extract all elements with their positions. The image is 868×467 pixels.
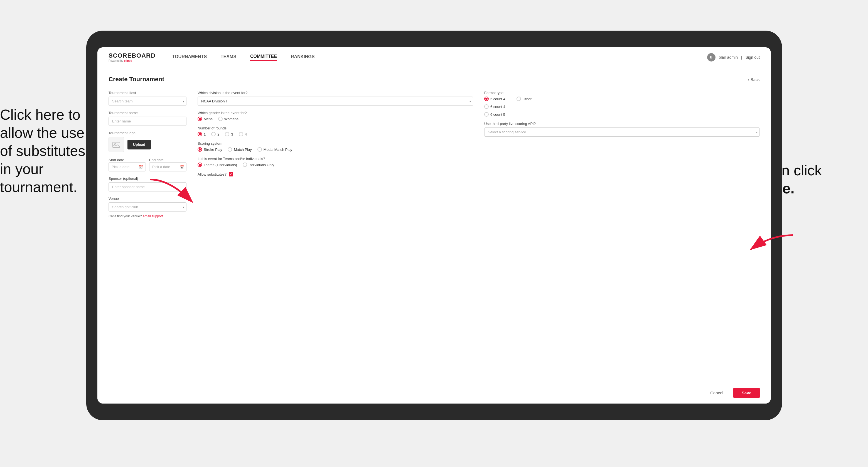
sign-out-link[interactable]: Sign out xyxy=(746,55,760,60)
scoring-stroke-radio[interactable] xyxy=(197,147,202,152)
venue-email-link[interactable]: email support xyxy=(143,214,163,218)
date-row: Start date 📅 End date 📅 xyxy=(108,157,186,172)
rounds-2-radio[interactable] xyxy=(211,132,216,136)
rounds-4-option[interactable]: 4 xyxy=(239,132,247,136)
scoring-service-input[interactable] xyxy=(484,127,760,137)
upload-button[interactable]: Upload xyxy=(127,140,151,150)
nav-item-committee[interactable]: COMMITTEE xyxy=(250,54,277,61)
scoring-stroke-label: Stroke Play xyxy=(204,148,222,152)
event-individuals-radio[interactable] xyxy=(243,162,247,167)
scoring-match-radio[interactable] xyxy=(228,147,232,152)
user-label: blair admin xyxy=(719,55,738,60)
form-col-middle: Which division is the event for? ▾ Which… xyxy=(197,91,473,218)
arrow-right-indicator xyxy=(746,232,796,256)
start-date-wrapper: 📅 xyxy=(108,162,146,172)
back-link[interactable]: ‹ Back xyxy=(748,77,760,82)
content-area: Create Tournament ‹ Back Tournament Host… xyxy=(97,67,771,382)
rounds-3-option[interactable]: 3 xyxy=(225,132,233,136)
cancel-button[interactable]: Cancel xyxy=(705,388,729,398)
scoring-match-label: Match Play xyxy=(234,148,252,152)
rounds-4-label: 4 xyxy=(245,132,247,136)
division-group: Which division is the event for? ▾ xyxy=(197,91,473,106)
gender-mens-label: Mens xyxy=(204,117,213,121)
calendar-icon-start: 📅 xyxy=(139,165,144,169)
format-radio-group: 5 count 4 Other 6 count 4 xyxy=(484,97,760,117)
end-date-label: End date xyxy=(149,158,164,162)
format-other-radio[interactable] xyxy=(517,97,521,101)
format-6count5-option[interactable]: 6 count 5 xyxy=(484,112,760,117)
gender-womens-radio[interactable] xyxy=(218,117,223,121)
end-date-wrapper: 📅 xyxy=(149,162,186,172)
substitutes-checkbox[interactable] xyxy=(229,172,233,177)
annotation-left: Click here to allow the use of substitut… xyxy=(0,106,100,196)
substitutes-checkbox-item: Allow substitutes? xyxy=(197,172,473,177)
start-date-group: Start date 📅 xyxy=(108,157,146,172)
scoring-medal-option[interactable]: Medal Match Play xyxy=(257,147,292,152)
gender-mens-option[interactable]: Mens xyxy=(197,117,213,121)
gender-womens-label: Womens xyxy=(224,117,239,121)
event-individuals-option[interactable]: Individuals Only xyxy=(243,162,274,167)
tournament-name-input[interactable] xyxy=(108,117,186,126)
tournament-host-label: Tournament Host xyxy=(108,91,186,95)
date-group: Start date 📅 End date 📅 xyxy=(108,157,186,172)
event-teams-label: Teams (+Individuals) xyxy=(204,163,237,167)
nav-separator: | xyxy=(741,55,742,60)
format-5count4-radio[interactable] xyxy=(484,97,489,101)
format-6count4-radio[interactable] xyxy=(484,104,489,109)
gender-radio-group: Mens Womens xyxy=(197,117,473,121)
gender-label: Which gender is the event for? xyxy=(197,111,473,115)
page-header: Create Tournament ‹ Back xyxy=(108,76,760,83)
tournament-name-group: Tournament name xyxy=(108,111,186,126)
nav-item-rankings[interactable]: RANKINGS xyxy=(291,54,314,60)
tournament-host-input-wrapper: ▾ xyxy=(108,97,186,106)
logo-placeholder-icon xyxy=(108,137,124,152)
rounds-2-label: 2 xyxy=(217,132,219,136)
form-footer: Cancel Save xyxy=(97,382,771,404)
scoring-api-label: Use third-party live scoring API? xyxy=(484,122,760,126)
rounds-1-option[interactable]: 1 xyxy=(197,132,206,136)
substitutes-label: Allow substitutes? xyxy=(197,172,226,177)
nav-item-tournaments[interactable]: TOURNAMENTS xyxy=(172,54,207,60)
scoring-api-group: Use third-party live scoring API? ▾ xyxy=(484,122,760,137)
logo-powered: Powered by clippd xyxy=(108,59,156,62)
gender-womens-option[interactable]: Womens xyxy=(218,117,239,121)
scoring-medal-radio[interactable] xyxy=(257,147,262,152)
format-6count5-label: 6 count 5 xyxy=(490,113,505,117)
nav-item-teams[interactable]: TEAMS xyxy=(221,54,236,60)
gender-mens-radio[interactable] xyxy=(197,117,202,121)
rounds-2-option[interactable]: 2 xyxy=(211,132,219,136)
format-row-1: 5 count 4 Other xyxy=(484,97,760,101)
tournament-logo-label: Tournament logo xyxy=(108,131,186,135)
format-6count4-option[interactable]: 6 count 4 xyxy=(484,104,760,109)
event-teams-radio[interactable] xyxy=(197,162,202,167)
rounds-1-radio[interactable] xyxy=(197,132,202,136)
gender-group: Which gender is the event for? Mens Wome… xyxy=(197,111,473,121)
format-5count4-label: 5 count 4 xyxy=(490,97,505,101)
rounds-3-radio[interactable] xyxy=(225,132,229,136)
substitutes-group: Allow substitutes? xyxy=(197,172,473,177)
save-button[interactable]: Save xyxy=(733,388,760,398)
nav-items: TOURNAMENTS TEAMS COMMITTEE RANKINGS xyxy=(172,54,707,61)
event-teams-option[interactable]: Teams (+Individuals) xyxy=(197,162,237,167)
event-type-label: Is this event for Teams and/or Individua… xyxy=(197,157,473,161)
rounds-label: Number of rounds xyxy=(197,126,473,130)
scoring-group: Scoring system Stroke Play Match Play xyxy=(197,142,473,152)
scoring-service-wrapper: ▾ xyxy=(484,127,760,137)
rounds-1-label: 1 xyxy=(204,132,206,136)
event-type-radio-group: Teams (+Individuals) Individuals Only xyxy=(197,162,473,167)
rounds-4-radio[interactable] xyxy=(239,132,243,136)
scoring-match-option[interactable]: Match Play xyxy=(228,147,252,152)
scoring-medal-label: Medal Match Play xyxy=(264,148,292,152)
scoring-stroke-option[interactable]: Stroke Play xyxy=(197,147,222,152)
format-6count5-radio[interactable] xyxy=(484,112,489,117)
format-label: Format type xyxy=(484,91,760,95)
format-other-option[interactable]: Other xyxy=(517,97,532,101)
division-select[interactable] xyxy=(197,97,473,106)
format-5count4-option[interactable]: 5 count 4 xyxy=(484,97,505,101)
navbar: SCOREBOARD Powered by clippd TOURNAMENTS… xyxy=(97,47,771,67)
start-date-label: Start date xyxy=(108,158,124,162)
logo-upload-area: Upload xyxy=(108,137,186,152)
tournament-host-input[interactable] xyxy=(108,97,186,106)
rounds-radio-group: 1 2 3 4 xyxy=(197,132,473,136)
logo-clippd: clippd xyxy=(124,59,132,62)
